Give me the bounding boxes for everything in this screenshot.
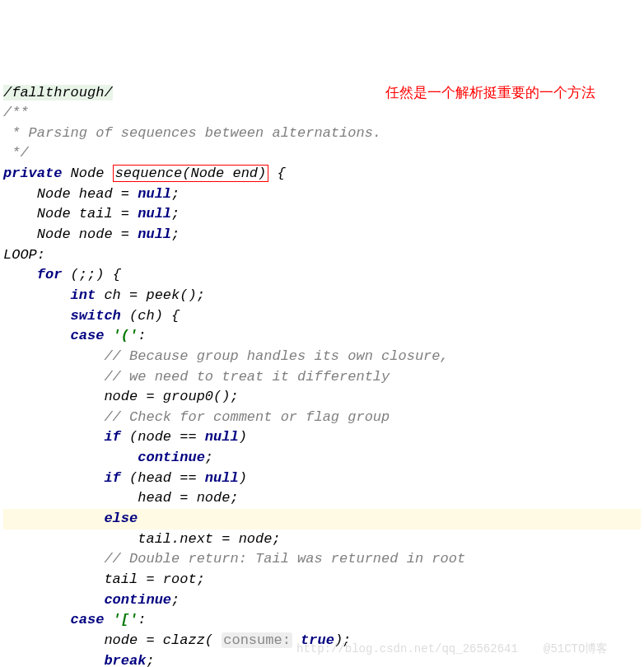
fallthrough-tag: /fallthrough/ (3, 85, 113, 100)
semicolon: ; (171, 186, 180, 202)
comment-line: // Check for comment or flag group (3, 409, 390, 425)
highlighted-line: else (3, 509, 641, 529)
watermark-url: http://blog.csdn.net/qq_26562641 (296, 641, 518, 657)
keyword-if: if (3, 470, 121, 486)
keyword-break: break (3, 653, 146, 668)
code-text: node = group0(); (3, 389, 239, 404)
semicolon: ; (205, 450, 213, 465)
code-text: (;;) { (62, 267, 120, 282)
keyword-null: null (138, 226, 171, 242)
keyword-null: null (205, 470, 239, 486)
comment-line: */ (3, 145, 29, 161)
colon: : (138, 612, 146, 627)
paren: ) (239, 470, 247, 486)
comment-line: // Double return: Tail was returned in r… (3, 551, 465, 567)
code-block: /fallthrough/ /** * Parsing of sequences… (0, 82, 644, 667)
keyword-case: case (3, 328, 104, 343)
code-text: ch = peek(); (96, 287, 205, 303)
code-text: (node == (121, 429, 205, 445)
code-text: node = clazz( (3, 632, 222, 648)
paren: ) (239, 429, 247, 445)
code-text: Node head = (3, 186, 138, 202)
code-text: (ch) { (121, 308, 180, 324)
code-text: tail.next = node; (3, 531, 281, 547)
method-name-highlighted: sequence(Node end) (113, 165, 269, 182)
type-node: Node (62, 166, 112, 181)
param-hint: consume: (222, 632, 292, 648)
char-literal: '(' (104, 328, 138, 343)
code-text: (head == (121, 470, 205, 486)
semicolon: ; (171, 226, 180, 242)
keyword-continue: continue (3, 450, 205, 465)
label: LOOP: (3, 247, 45, 263)
keyword-continue: continue (3, 592, 171, 608)
comment-line: * Parsing of sequences between alternati… (3, 125, 381, 141)
watermark-text: @51CTO博客 (544, 641, 608, 657)
code-text: Node tail = (3, 206, 138, 222)
keyword-null: null (205, 429, 239, 445)
code-text: tail = root; (3, 571, 205, 587)
semicolon: ; (171, 592, 180, 608)
keyword-else: else (3, 511, 138, 526)
annotation-text: 任然是一个解析挺重要的一个方法 (385, 82, 632, 104)
comment-line: /** (3, 105, 29, 120)
keyword-int: int (3, 287, 96, 303)
code-text: head = node; (3, 490, 239, 506)
keyword-null: null (138, 186, 171, 202)
keyword-null: null (138, 206, 171, 222)
semicolon: ; (171, 206, 180, 222)
semicolon: ; (146, 653, 154, 668)
comment-line: // we need to treat it differently (3, 369, 390, 385)
keyword-switch: switch (3, 308, 121, 324)
char-literal: '[' (104, 612, 138, 627)
keyword-case: case (3, 612, 104, 627)
keyword-for: for (3, 267, 62, 282)
comment-line: // Because group handles its own closure… (3, 348, 449, 364)
colon: : (138, 328, 146, 343)
keyword-if: if (3, 429, 121, 445)
brace: { (268, 166, 285, 181)
code-text: Node node = (3, 226, 138, 242)
keyword-private: private (3, 166, 62, 181)
